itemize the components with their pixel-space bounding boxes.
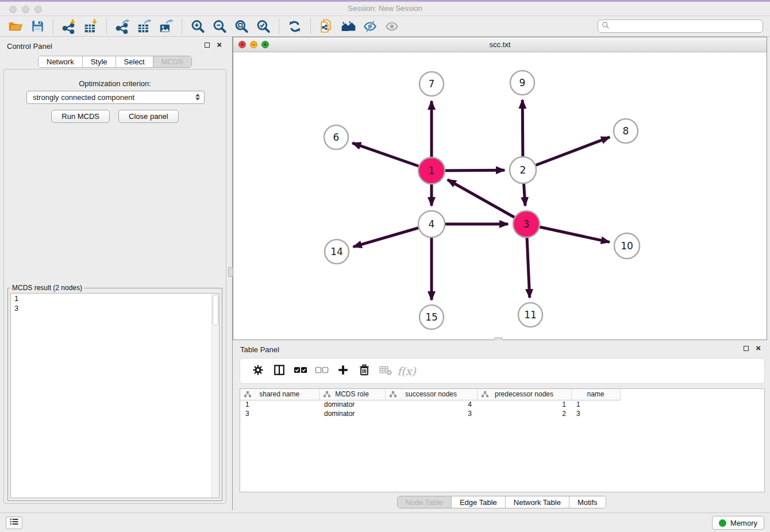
graph-node-label: 8: [623, 125, 629, 137]
column-header-MCDS-role[interactable]: MCDS role: [319, 389, 385, 400]
trash-icon: [358, 364, 371, 379]
column-header-name[interactable]: name: [571, 389, 620, 400]
table-cell: 3: [385, 409, 477, 418]
memory-status-icon: [719, 519, 726, 527]
criterion-selected-value: strongly connected component: [33, 93, 134, 102]
table-cell: 3: [240, 409, 319, 418]
table-cell: 3: [571, 409, 620, 418]
table-panel-title: Table Panel: [240, 345, 279, 354]
zoom-in-button[interactable]: [187, 18, 209, 35]
float-table-panel-icon[interactable]: [744, 346, 749, 351]
tab-style[interactable]: Style: [83, 56, 116, 67]
tab-mcds[interactable]: MCDS: [153, 56, 191, 67]
memory-label: Memory: [730, 519, 757, 527]
task-history-button[interactable]: [6, 516, 22, 529]
network-document-button[interactable]: [315, 18, 337, 35]
table-mode-button[interactable]: [268, 362, 290, 380]
graph-node-label: 6: [333, 132, 340, 143]
column-header-successor-nodes[interactable]: successor nodes: [385, 389, 477, 400]
graph-node-label: 1: [429, 165, 435, 176]
network-canvas[interactable]: 1234678910111415: [233, 52, 767, 340]
close-table-panel-icon[interactable]: ×: [756, 345, 761, 352]
search-icon: [602, 21, 610, 32]
float-panel-icon[interactable]: [205, 43, 210, 48]
delete-selected-button[interactable]: [353, 362, 375, 380]
export-image-icon: [159, 19, 174, 34]
memory-button[interactable]: Memory: [712, 516, 764, 530]
zoom-fit-icon: [234, 19, 249, 34]
tab-motifs[interactable]: Motifs: [569, 496, 606, 508]
table-cell: dominator: [319, 400, 385, 409]
tab-select[interactable]: Select: [116, 56, 153, 67]
table-panel: Table Panel × f(x) shared nameMCDS roles…: [233, 340, 770, 510]
status-bar: Memory: [0, 512, 770, 532]
add-column-button[interactable]: [332, 362, 353, 380]
import-network-button[interactable]: [58, 18, 80, 35]
toolbar-separator: [279, 19, 279, 34]
import-table-icon: [83, 19, 98, 34]
zoom-fit-button[interactable]: [230, 18, 252, 35]
criterion-select[interactable]: strongly connected component: [26, 91, 205, 104]
refresh-icon: [287, 19, 302, 34]
close-panel-button[interactable]: Close panel: [118, 110, 179, 123]
tab-node-table[interactable]: Node Table: [397, 496, 452, 508]
graph-node-label: 10: [621, 240, 633, 252]
mcds-result-title: MCDS result (2 nodes): [10, 284, 84, 292]
search-input[interactable]: [610, 22, 759, 30]
network-graph: 1234678910111415: [233, 52, 767, 340]
function-builder-button[interactable]: f(x): [396, 362, 417, 380]
toolbar-separator: [106, 19, 107, 34]
graph-node-label: 7: [429, 78, 435, 90]
home-icon: [341, 18, 356, 34]
network-window-title: scc.txt: [233, 40, 767, 49]
table-cell: 1: [571, 400, 620, 409]
eye-icon: [384, 19, 399, 34]
deselect-all-button[interactable]: [311, 362, 332, 380]
export-network-icon: [115, 19, 130, 34]
column-header-shared-name[interactable]: shared name: [240, 389, 319, 400]
export-table-button[interactable]: [133, 18, 155, 35]
column-header-predecessor-nodes[interactable]: predecessor nodes: [477, 389, 571, 400]
graph-node-label: 4: [429, 218, 435, 230]
refresh-layout-button[interactable]: [284, 18, 306, 35]
mcds-result-group: MCDS result (2 nodes) 13: [7, 284, 222, 501]
open-session-button[interactable]: [5, 18, 26, 35]
home-button[interactable]: [337, 18, 359, 35]
application-window: Session: New Session Control Panel: [0, 0, 770, 532]
mcds-result-item[interactable]: 1: [11, 294, 219, 303]
export-image-button[interactable]: [155, 18, 177, 35]
search-field[interactable]: [598, 20, 763, 33]
optimization-criterion-label: Optimization criterion:: [4, 79, 226, 88]
save-session-button[interactable]: [26, 18, 48, 35]
network-document-icon: [319, 19, 334, 34]
tab-edge-table[interactable]: Edge Table: [452, 496, 506, 508]
tab-network-table[interactable]: Network Table: [506, 496, 569, 508]
delete-table-button[interactable]: [375, 362, 396, 380]
split-view-icon: [273, 364, 286, 379]
network-window-titlebar[interactable]: × − + scc.txt: [233, 37, 767, 52]
close-panel-icon[interactable]: ×: [217, 41, 222, 48]
control-panel: Control Panel × NetworkStyleSelectMCDS O…: [0, 37, 230, 506]
select-all-icon: [294, 365, 307, 377]
table-settings-button[interactable]: [247, 362, 268, 380]
select-all-button[interactable]: [290, 362, 311, 380]
scrollbar[interactable]: [211, 294, 219, 498]
table-row[interactable]: 1dominator411: [240, 400, 620, 409]
run-mcds-button[interactable]: Run MCDS: [51, 110, 110, 123]
control-panel-title: Control Panel: [7, 42, 52, 51]
import-table-button[interactable]: [80, 18, 102, 35]
tab-network[interactable]: Network: [38, 56, 83, 67]
zoom-selected-button[interactable]: [252, 18, 274, 35]
show-panel-button[interactable]: [381, 18, 403, 35]
zoom-in-icon: [190, 19, 205, 34]
zoom-out-button[interactable]: [209, 18, 230, 35]
gear-icon: [252, 364, 264, 379]
mcds-result-item[interactable]: 3: [11, 303, 219, 313]
hide-panel-button[interactable]: [359, 18, 381, 35]
export-table-icon: [137, 19, 152, 34]
table-cell: 1: [477, 400, 571, 409]
table-cell: 4: [385, 400, 477, 409]
table-row[interactable]: 3dominator323: [240, 409, 620, 418]
export-network-button[interactable]: [111, 18, 133, 35]
graph-node-label: 14: [330, 246, 343, 257]
